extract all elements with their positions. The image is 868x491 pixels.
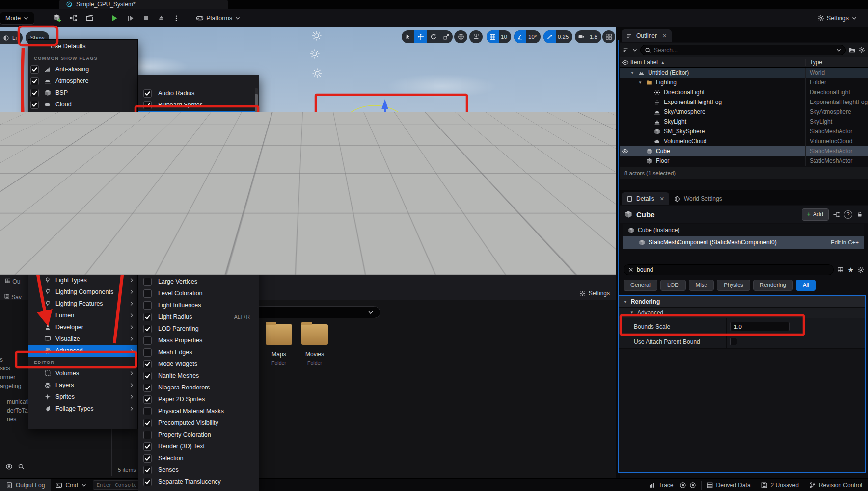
show-category-lighting-features[interactable]: Lighting Features <box>28 298 137 310</box>
checkbox[interactable] <box>143 419 152 427</box>
advanced-flag-large-vertices[interactable]: Large Vertices <box>138 276 259 287</box>
chip-all[interactable]: All <box>796 280 816 291</box>
close-icon[interactable]: ✕ <box>660 196 664 202</box>
advanced-flag-lod-parenting[interactable]: LOD Parenting <box>138 323 259 335</box>
checkbox[interactable] <box>143 113 152 121</box>
display-options-icon[interactable] <box>837 266 844 273</box>
mode-dropdown[interactable]: Mode <box>0 12 34 25</box>
outliner-row-directionallight[interactable]: DirectionalLightDirectionalLight <box>620 87 868 97</box>
advanced-flag-nanite-meshes[interactable]: Nanite Meshes <box>138 370 259 382</box>
checkbox[interactable] <box>143 289 152 298</box>
checkbox[interactable] <box>143 301 152 310</box>
snapshot-icon[interactable] <box>689 482 696 489</box>
blueprints-button[interactable] <box>65 12 81 24</box>
advanced-flag-audio-radius[interactable]: Audio Radius <box>138 87 259 99</box>
details-search-input[interactable]: bound <box>624 264 834 275</box>
show-category-lighting-components[interactable]: Lighting Components <box>28 286 137 298</box>
chevron-down-icon[interactable] <box>836 47 841 53</box>
scale-snap-control[interactable]: 0.25 <box>543 30 572 43</box>
cmd-dropdown[interactable]: Cmd <box>55 482 86 489</box>
checkbox[interactable] <box>30 218 39 227</box>
checkbox[interactable] <box>30 101 39 109</box>
filter-icon[interactable] <box>623 47 629 53</box>
property-value-field[interactable]: 1.0 <box>730 322 790 331</box>
show-category-developer[interactable]: Developer <box>28 321 137 333</box>
checkbox[interactable] <box>143 183 152 192</box>
stop-button[interactable] <box>138 12 154 24</box>
show-category-visualize[interactable]: Visualize <box>28 333 137 345</box>
checkbox[interactable] <box>30 148 39 156</box>
outliner-search-input[interactable]: Search... <box>640 45 846 55</box>
advanced-flag-grass[interactable]: Grass <box>138 229 259 240</box>
grid-snap-control[interactable]: 10 <box>487 30 511 43</box>
outliner-row-floor[interactable]: FloorStaticMeshActor <box>620 156 868 166</box>
advanced-flag-selection[interactable]: Selection <box>138 452 259 464</box>
insights-icon[interactable] <box>679 482 686 489</box>
checkbox[interactable] <box>143 254 152 262</box>
checkbox[interactable] <box>143 207 152 215</box>
show-category-lumen[interactable]: Lumen <box>28 310 137 321</box>
advanced-flag-property-coloration[interactable]: Property Coloration <box>138 429 259 440</box>
outliner-row-cube[interactable]: CubeStaticMeshActor <box>620 146 868 156</box>
output-log-button[interactable]: Output Log <box>0 479 51 491</box>
maximize-viewport-button[interactable] <box>602 30 615 43</box>
eye-icon[interactable] <box>620 148 630 155</box>
outliner-row-volumetriccloud[interactable]: VolumetricCloudVolumetricCloud <box>620 136 868 146</box>
show-category-light-types[interactable]: Light Types <box>28 274 137 286</box>
advanced-flag-camera-aspect-ratio-bars[interactable]: Camera Aspect Ratio Bars <box>138 134 259 146</box>
expand-arrow-icon[interactable]: ▼ <box>630 71 637 75</box>
show-flag-fog[interactable]: FogALT+F <box>28 134 137 146</box>
advanced-flag-bounds[interactable]: Bounds <box>138 111 259 123</box>
advanced-flag-senses[interactable]: Senses <box>138 464 259 476</box>
advanced-flag-precomputed-visibility[interactable]: Precomputed Visibility <box>138 417 259 429</box>
advanced-flag-niagara-renderers[interactable]: Niagara Renderers <box>138 382 259 393</box>
advanced-flag-paper-2d-sprites[interactable]: Paper 2D Sprites <box>138 393 259 405</box>
settings-dropdown[interactable]: Settings <box>814 13 861 24</box>
chevron-down-icon[interactable] <box>632 47 638 53</box>
tab-outliner[interactable]: Outliner ✕ <box>622 29 672 42</box>
show-category-layers[interactable]: Layers <box>28 379 137 391</box>
advanced-flag-instanced-static-meshes[interactable]: Instanced Static Meshes <box>138 264 259 276</box>
camera-speed-control[interactable]: 1.8 <box>575 30 601 43</box>
outliner-column-header[interactable]: Item Label ▲ Type <box>620 57 868 68</box>
show-category-post-processing[interactable]: Post Processing <box>28 262 137 274</box>
show-category-volumes[interactable]: Volumes <box>28 367 137 379</box>
advanced-flag-camera-frustums[interactable]: Camera Frustums <box>138 146 259 158</box>
add-actor-button[interactable] <box>49 12 65 24</box>
surface-snap-button[interactable] <box>469 30 483 43</box>
folder-tile-movies[interactable]: MoviesFolder <box>298 321 331 366</box>
show-flag-atmosphere[interactable]: Atmosphere <box>28 75 137 87</box>
advanced-flag-mass-properties[interactable]: Mass Properties <box>138 335 259 346</box>
advanced-flag-deferredlighting[interactable]: DeferredLighting <box>138 193 259 205</box>
angle-snap-control[interactable]: 10° <box>514 30 541 43</box>
checkbox[interactable] <box>30 65 39 74</box>
checkbox[interactable] <box>143 478 152 486</box>
checkbox[interactable] <box>143 242 152 251</box>
checkbox[interactable] <box>143 160 152 168</box>
advanced-flag-debug-draw-distant-vsm-lights[interactable]: Debug Draw Distant VSM Lights <box>138 181 259 193</box>
advanced-flag-constraints[interactable]: Constraints <box>138 170 259 181</box>
outliner-row-skyatmosphere[interactable]: SkyAtmosphereSkyAtmosphere <box>620 107 868 117</box>
show-flag-translucency[interactable]: Translucency <box>28 228 137 240</box>
section-rendering[interactable]: ▼ Rendering <box>619 296 865 308</box>
chip-physics[interactable]: Physics <box>717 280 750 291</box>
checkbox[interactable] <box>30 207 39 215</box>
tab-details[interactable]: Details ✕ <box>622 192 669 205</box>
checkbox[interactable] <box>143 278 152 286</box>
level-tab[interactable]: Simple_GPU_System* <box>59 0 228 9</box>
derived-data-button[interactable]: Derived Data <box>706 482 751 489</box>
lit-mode-button[interactable]: Li <box>0 31 23 44</box>
checkbox[interactable] <box>30 124 39 132</box>
checkbox[interactable] <box>143 313 152 321</box>
advanced-flag-light-radius[interactable]: Light RadiusALT+R <box>138 311 259 323</box>
folder-tile-maps[interactable]: MapsFolder <box>263 321 295 366</box>
checkbox[interactable] <box>30 77 39 85</box>
checkbox[interactable] <box>30 183 39 191</box>
checkbox[interactable] <box>143 372 152 380</box>
show-flag-bsp[interactable]: BSP <box>28 87 137 99</box>
show-flag-anti-aliasing[interactable]: Anti-aliasing <box>28 63 137 75</box>
chip-rendering[interactable]: Rendering <box>753 280 793 291</box>
property-checkbox[interactable] <box>730 338 737 345</box>
checkbox[interactable] <box>143 336 152 345</box>
show-flag-grid[interactable]: Grid <box>28 146 137 157</box>
